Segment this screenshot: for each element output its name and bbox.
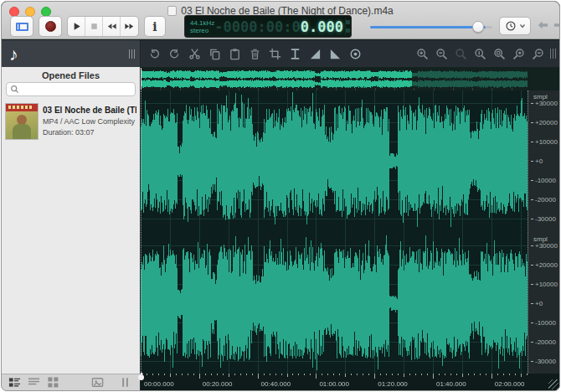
scale-tick-label: -20000	[531, 338, 556, 346]
transport-controls	[67, 16, 139, 37]
loop-icon[interactable]	[348, 47, 362, 60]
levels-icon[interactable]	[288, 47, 301, 60]
stop-button[interactable]	[85, 17, 103, 36]
redo-icon[interactable]	[167, 47, 181, 60]
search-input[interactable]	[19, 84, 135, 95]
scale-tick-label: -30000	[531, 215, 556, 223]
zoom-selection-icon[interactable]	[473, 47, 486, 60]
file-list-item[interactable]: 03 El Noche de Baile (The Night ... MP4 …	[2, 101, 140, 144]
sample-rate: 44.1kHz	[190, 19, 214, 27]
sidebar: ♪ Opened Files 03 El Noche de Baile (The…	[2, 40, 141, 390]
scale-tick-label: +30000	[531, 100, 558, 107]
scale-tick-label: -20000	[531, 196, 556, 204]
back-arrow-icon[interactable]	[538, 18, 548, 34]
search-icon	[10, 85, 19, 94]
fast-forward-button[interactable]	[121, 17, 138, 36]
nav-arrows	[538, 18, 560, 34]
zoom-vertical-in-icon[interactable]	[512, 47, 525, 60]
volume-track-rest	[486, 26, 492, 28]
waveform-channels: smpl+30000+20000+10000+0-10000-20000-300…	[141, 90, 559, 375]
timeline-ruler[interactable]: 00:00.00000:20.00000:40.00001:00.00001:2…	[141, 374, 559, 390]
scale-tick-label: +20000	[531, 261, 558, 269]
timeline-label: 00:00.000	[144, 380, 174, 388]
resize-grip-icon[interactable]	[548, 379, 558, 389]
trim-icon[interactable]	[268, 47, 281, 60]
chevron-down-icon	[519, 23, 526, 29]
music-note-icon[interactable]: ♪	[9, 45, 18, 63]
scale-tick-label: +0	[531, 300, 543, 307]
document-proxy-icon	[167, 6, 177, 16]
time-display[interactable]: 44.1kHz stereo -0000:00:00.000	[184, 15, 352, 38]
volume-slider[interactable]	[370, 21, 492, 33]
record-button[interactable]	[39, 16, 62, 37]
forward-arrow-icon[interactable]	[553, 18, 560, 34]
scale-tick-label: +10000	[531, 281, 558, 288]
file-metadata: 03 El Noche de Baile (The Night ... MP4 …	[43, 103, 136, 142]
view-list-compact-icon[interactable]	[28, 376, 40, 389]
file-name: 03 El Noche de Baile (The Night ...	[43, 106, 136, 115]
selection-rect-icon	[16, 23, 28, 31]
scale-tick-label: -10000	[531, 177, 556, 184]
record-icon	[45, 21, 56, 32]
timeline-label: 01:40.000	[436, 380, 466, 388]
waveform-channel-right[interactable]	[141, 233, 528, 375]
zoom-in-icon[interactable]	[415, 47, 429, 60]
waveform-channel-left[interactable]	[141, 90, 528, 233]
history-button[interactable]	[499, 17, 531, 35]
volume-slider-thumb[interactable]	[472, 21, 484, 33]
cut-icon[interactable]	[188, 47, 201, 60]
info-icon: i	[152, 20, 157, 34]
zoom-icon	[454, 47, 467, 60]
view-list-detail-icon[interactable]	[8, 376, 21, 389]
scale-tick-label: +0	[531, 157, 543, 165]
wave-area: smpl+30000+20000+10000+0-10000-20000-300…	[141, 40, 559, 390]
scale-tick-label: -30000	[531, 358, 556, 365]
rewind-button[interactable]	[103, 17, 121, 36]
overview-waveform[interactable]	[141, 67, 528, 90]
scale-tick-label: +30000	[531, 242, 558, 250]
view-grid-icon[interactable]	[47, 376, 59, 389]
panel-split-icon[interactable]	[119, 376, 131, 389]
channel-mode: stereo	[190, 27, 214, 34]
zoom-vertical-out-icon[interactable]	[531, 47, 544, 60]
clock-history-icon	[505, 20, 517, 32]
selection-start-line	[141, 90, 142, 375]
copy-icon[interactable]	[208, 47, 221, 60]
time-sign: -	[214, 18, 223, 35]
format-readout: 44.1kHz stereo	[190, 19, 214, 34]
sidebar-grip[interactable]	[129, 49, 135, 59]
sidebar-header: Opened Files	[2, 70, 140, 80]
scale-tick-label: +10000	[531, 138, 558, 146]
search-box[interactable]	[6, 82, 136, 96]
timeline-label: 02:00.000	[495, 380, 525, 388]
zoom-all-icon[interactable]	[492, 47, 506, 60]
fade-out-icon[interactable]	[328, 47, 342, 60]
app-window: 03 El Noche de Baile (The Night of Dance…	[1, 1, 560, 391]
volume-track-filled	[370, 26, 486, 28]
panel-preview-icon[interactable]	[91, 376, 104, 389]
time-bright-digits: 0.000	[301, 18, 343, 35]
timeline-label: 01:00.000	[319, 380, 349, 388]
info-button[interactable]: i	[144, 16, 166, 37]
titlebar: 03 El Noche de Baile (The Night of Dance…	[2, 2, 559, 39]
album-art	[5, 103, 39, 140]
play-button[interactable]	[68, 17, 85, 36]
playhead-pin[interactable]	[138, 374, 144, 380]
undo-icon[interactable]	[147, 47, 161, 60]
edit-toolbar	[141, 40, 559, 67]
display-mode-icons[interactable]	[345, 18, 350, 35]
sidebar-status-bar	[2, 374, 140, 390]
file-format: MP4 / AAC Low Complexity	[43, 117, 136, 126]
timeline-label: 00:20.000	[203, 380, 233, 388]
scale-tick-label: +20000	[531, 119, 558, 126]
timeline-label: 01:20.000	[378, 380, 408, 388]
time-dim-digits: 0000:00:0	[224, 18, 301, 35]
paste-icon[interactable]	[228, 47, 241, 60]
sample-scale-column: smpl+30000+20000+10000+0-10000-20000-300…	[528, 90, 560, 375]
zoom-out-icon[interactable]	[435, 47, 448, 60]
overview-strip[interactable]	[141, 67, 559, 90]
fade-in-icon[interactable]	[308, 47, 322, 60]
selection-tool-button[interactable]	[10, 16, 33, 37]
toolbar-grip[interactable]	[550, 49, 556, 59]
trash-icon[interactable]	[248, 47, 261, 60]
